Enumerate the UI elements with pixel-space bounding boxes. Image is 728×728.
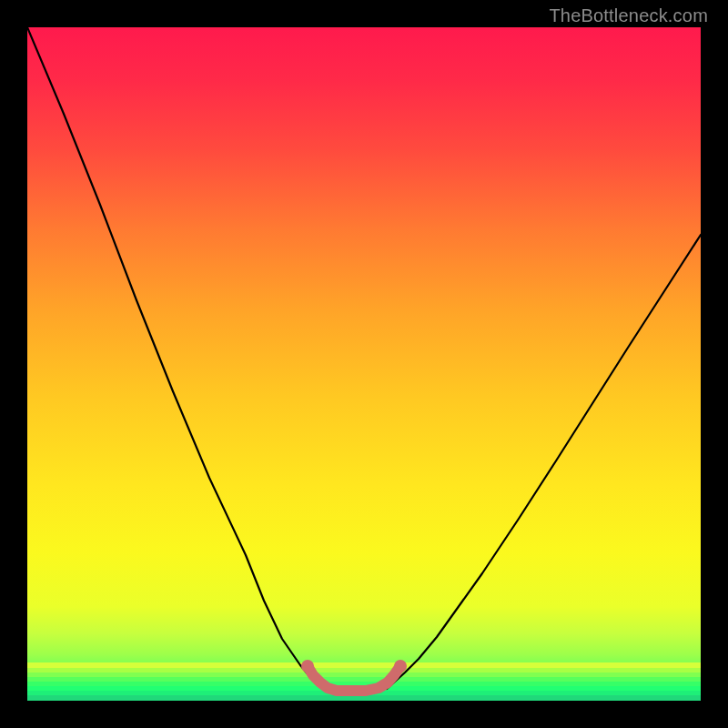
highlight-dot-right bbox=[394, 660, 407, 672]
chart-svg bbox=[27, 27, 701, 701]
valley-highlight bbox=[308, 666, 400, 691]
left-curve bbox=[27, 27, 328, 689]
plot-area bbox=[27, 27, 701, 701]
right-curve bbox=[387, 235, 701, 689]
chart-frame: TheBottleneck.com bbox=[0, 0, 728, 728]
highlight-dot-left bbox=[301, 660, 314, 672]
watermark-text: TheBottleneck.com bbox=[549, 5, 708, 26]
